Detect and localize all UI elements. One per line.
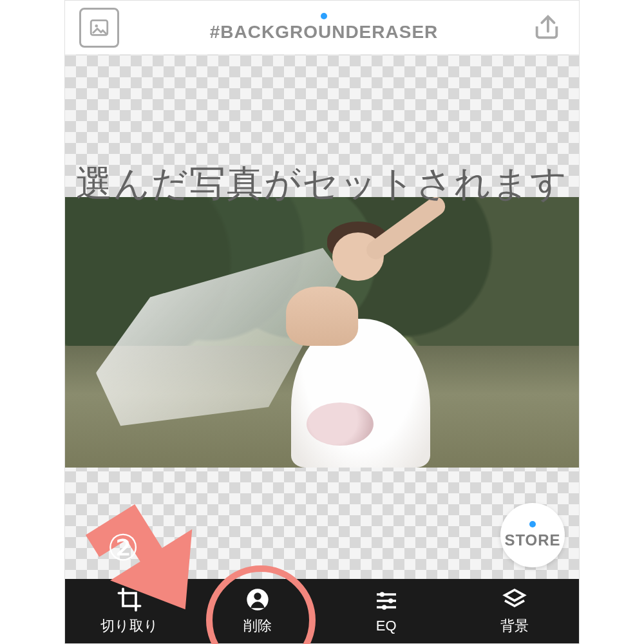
svg-point-3 — [254, 592, 261, 600]
tab-label: 切り取り — [100, 616, 158, 636]
title-area: #BACKGROUNDERASER — [210, 13, 439, 43]
store-button[interactable]: STORE — [500, 503, 565, 567]
svg-point-1 — [95, 24, 98, 27]
top-bar: #BACKGROUNDERASER — [65, 1, 579, 55]
crop-icon — [117, 587, 142, 612]
stage: #BACKGROUNDERASER STORE — [0, 0, 644, 644]
gallery-button[interactable] — [79, 8, 119, 48]
tab-background[interactable]: 背景 — [451, 579, 580, 643]
accent-dot — [529, 521, 536, 527]
image-icon — [88, 17, 110, 39]
tab-crop[interactable]: 切り取り — [65, 579, 194, 643]
share-icon — [532, 13, 562, 43]
accent-dot — [321, 13, 327, 19]
person-silhouette-icon — [245, 587, 270, 612]
tab-label: 背景 — [500, 616, 529, 636]
loaded-photo[interactable] — [65, 197, 579, 468]
tab-label: EQ — [376, 618, 397, 634]
tab-label: 削除 — [243, 616, 272, 636]
layers-icon — [502, 587, 527, 612]
photo-bouquet — [307, 402, 374, 446]
tab-eq[interactable]: EQ — [322, 579, 451, 643]
bottom-toolbar: 切り取り 削除 EQ — [65, 579, 579, 643]
svg-point-4 — [379, 592, 384, 596]
photo-torso — [286, 287, 358, 346]
app-title: #BACKGROUNDERASER — [210, 22, 439, 43]
app-screen: #BACKGROUNDERASER STORE — [64, 0, 580, 644]
share-button[interactable] — [529, 10, 565, 46]
svg-point-6 — [382, 605, 386, 609]
sliders-icon — [374, 588, 399, 614]
annotation-step-number: ② — [107, 527, 139, 569]
svg-point-5 — [388, 598, 393, 603]
store-label: STORE — [504, 531, 560, 549]
caption-text: 選んだ写真がセットされます — [0, 160, 644, 209]
tab-erase[interactable]: 削除 — [194, 579, 323, 643]
